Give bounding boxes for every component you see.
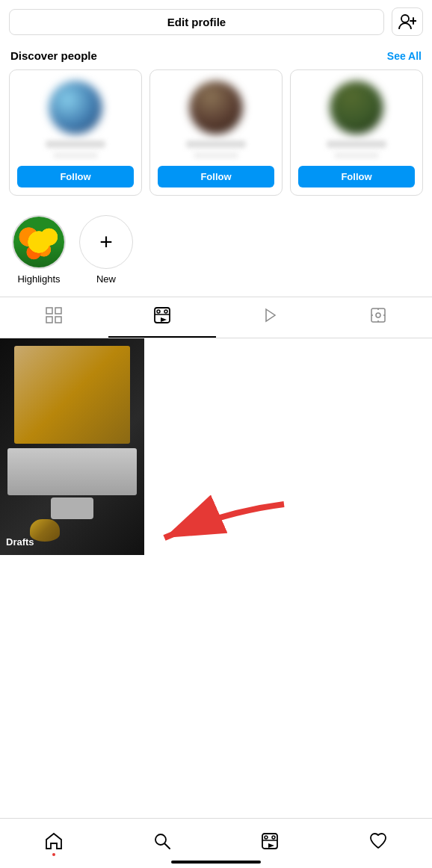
- svg-marker-12: [266, 309, 275, 321]
- person-card-3[interactable]: Follow: [290, 69, 423, 196]
- svg-point-8: [157, 310, 160, 313]
- person-name-3: [327, 140, 386, 148]
- highlights-label: Highlights: [17, 273, 60, 285]
- new-highlight-item[interactable]: + New: [79, 215, 133, 285]
- svg-rect-6: [55, 317, 61, 323]
- video-thumbnail-1[interactable]: Drafts: [0, 338, 144, 555]
- people-row: Follow Follow Follow: [0, 69, 432, 208]
- person-name-1: [46, 140, 105, 148]
- heart-icon: [368, 831, 388, 851]
- follow-button-2[interactable]: Follow: [158, 166, 274, 187]
- follow-button-1[interactable]: Follow: [17, 166, 134, 187]
- video-screen: [14, 346, 129, 444]
- empty-cell-1: [144, 338, 288, 555]
- nav-home[interactable]: [35, 828, 72, 855]
- person-sub-3: [334, 152, 379, 158]
- person-avatar-3: [330, 81, 383, 134]
- tagged-icon: [370, 307, 386, 328]
- video-object: [30, 519, 60, 542]
- svg-rect-5: [46, 317, 52, 323]
- discover-header: Discover people See All: [0, 43, 432, 69]
- video-trackpad: [51, 497, 94, 519]
- svg-marker-26: [268, 843, 274, 848]
- svg-line-21: [164, 844, 170, 849]
- tab-grid[interactable]: [0, 297, 108, 338]
- play-icon: [262, 307, 278, 328]
- tab-reels[interactable]: [108, 297, 217, 338]
- plus-icon: +: [99, 231, 113, 253]
- svg-rect-3: [46, 308, 52, 314]
- svg-point-14: [376, 313, 380, 317]
- home-dot: [52, 853, 55, 856]
- content-tabs: [0, 297, 432, 338]
- video-inner: [0, 338, 144, 555]
- person-sub-1: [53, 152, 98, 158]
- tab-play[interactable]: [216, 297, 324, 338]
- home-icon: [44, 831, 64, 851]
- nav-reels[interactable]: [251, 828, 288, 855]
- reels-nav-icon: [260, 831, 280, 851]
- bottom-nav: [0, 818, 432, 868]
- nav-heart[interactable]: [360, 828, 397, 855]
- person-card-1[interactable]: Follow: [9, 69, 142, 196]
- see-all-link[interactable]: See All: [387, 50, 422, 62]
- edit-profile-button[interactable]: Edit profile: [9, 9, 384, 35]
- person-sub-2: [194, 152, 238, 158]
- svg-point-24: [272, 836, 275, 839]
- tab-tagged[interactable]: [324, 297, 433, 338]
- person-card-2[interactable]: Follow: [149, 69, 283, 196]
- highlights-item[interactable]: Highlights: [12, 215, 66, 285]
- highlights-circle: [12, 215, 66, 269]
- svg-point-9: [164, 310, 167, 313]
- add-person-icon: [398, 13, 416, 30]
- follow-button-3[interactable]: Follow: [298, 166, 415, 187]
- highlights-section: Highlights + New: [0, 208, 432, 297]
- new-highlight-circle: +: [79, 215, 133, 269]
- svg-rect-13: [371, 309, 385, 322]
- reels-icon: [153, 306, 171, 329]
- top-bar: Edit profile: [0, 0, 432, 43]
- person-avatar-2: [189, 81, 243, 134]
- discover-title: Discover people: [10, 49, 97, 62]
- highlights-image: [13, 217, 64, 267]
- video-keyboard: [7, 448, 138, 496]
- grid-icon: [46, 307, 62, 328]
- svg-point-23: [265, 836, 268, 839]
- svg-point-0: [401, 15, 409, 22]
- person-avatar-1: [49, 81, 102, 134]
- drafts-label: Drafts: [6, 536, 34, 548]
- bottom-indicator: [171, 861, 261, 864]
- svg-rect-4: [55, 308, 61, 314]
- nav-search[interactable]: [144, 828, 181, 855]
- add-person-button[interactable]: [392, 7, 423, 36]
- search-icon: [152, 831, 172, 851]
- person-name-2: [186, 140, 246, 148]
- content-area: Drafts: [0, 338, 432, 555]
- new-highlight-label: New: [96, 273, 116, 285]
- svg-marker-11: [161, 317, 167, 322]
